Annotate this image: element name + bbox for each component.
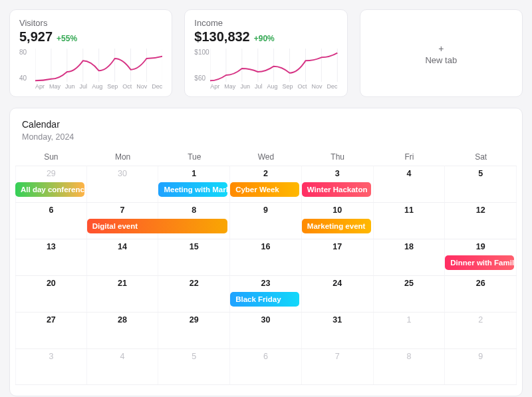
calendar-event[interactable]: Meeting with Mark: [158, 182, 227, 197]
visitors-card: Visitors 5,927 +55% 80 40 AprMayJunJulAu…: [9, 9, 172, 97]
visitors-value: 5,927: [19, 29, 53, 45]
calendar-dow: Sun: [15, 152, 87, 162]
income-value: $130,832: [194, 29, 249, 45]
new-tab-button[interactable]: + New tab: [360, 9, 523, 97]
calendar-day[interactable]: 9: [230, 203, 302, 239]
calendar-event[interactable]: Black Friday: [230, 292, 299, 307]
calendar-day[interactable]: 21: [87, 276, 159, 312]
calendar-day[interactable]: 18: [374, 239, 446, 275]
calendar-day[interactable]: 7: [302, 349, 374, 384]
calendar-event[interactable]: Marketing event: [302, 219, 371, 233]
new-tab-label: New tab: [425, 55, 457, 65]
calendar-day[interactable]: 26: [445, 276, 517, 312]
calendar-day[interactable]: 15: [158, 239, 230, 275]
calendar-day[interactable]: 5: [445, 166, 517, 202]
visitors-x-axis: AprMayJunJulAugSepOctNovDec: [35, 83, 162, 90]
visitors-chart: 80 40 AprMayJunJulAugSepOctNovDec: [19, 49, 162, 90]
calendar-day[interactable]: 6: [15, 203, 87, 239]
calendar-dow: Mon: [87, 152, 159, 162]
calendar-day[interactable]: 30: [230, 313, 302, 348]
calendar-event[interactable]: Cyber Week: [230, 182, 299, 197]
calendar-day[interactable]: 9: [445, 349, 517, 384]
calendar-day[interactable]: 13: [15, 239, 87, 275]
calendar-day[interactable]: 11: [374, 203, 446, 239]
calendar-title: Calendar: [15, 119, 517, 130]
visitors-sparkline: [35, 49, 162, 82]
income-card: Income $130,832 +90% $100 $60 AprMayJunJ…: [184, 9, 347, 97]
income-sparkline: [210, 49, 337, 82]
calendar-subtitle: Monday, 2024: [15, 132, 517, 142]
calendar-weeks: 293012345All day conferenceMeeting with …: [15, 166, 517, 385]
income-title: Income: [194, 18, 337, 28]
calendar-day[interactable]: 25: [374, 276, 446, 312]
calendar-dow: Sat: [445, 152, 517, 162]
calendar-day[interactable]: 24: [302, 276, 374, 312]
calendar-week: 3456789: [15, 348, 517, 385]
plus-icon: +: [438, 43, 444, 54]
calendar-day[interactable]: 31: [302, 313, 374, 348]
income-chart: $100 $60 AprMayJunJulAugSepOctNovDec: [194, 49, 337, 90]
calendar-week: 13141516171819Dinner with Family: [15, 239, 517, 275]
calendar-day[interactable]: 20: [15, 276, 87, 312]
calendar-day[interactable]: 3: [15, 349, 87, 384]
calendar-week: 272829303112: [15, 312, 517, 348]
calendar-day[interactable]: 27: [15, 313, 87, 348]
calendar-day[interactable]: 22: [158, 276, 230, 312]
calendar-day[interactable]: 30: [87, 166, 159, 202]
calendar-day[interactable]: 17: [302, 239, 374, 275]
visitors-title: Visitors: [19, 18, 162, 28]
calendar-week: 6789101112Digital eventMarketing event: [15, 202, 517, 239]
income-x-axis: AprMayJunJulAugSepOctNovDec: [210, 83, 337, 90]
calendar-week: 293012345All day conferenceMeeting with …: [15, 166, 517, 202]
calendar-dow-row: SunMonTueWedThuFriSat: [15, 148, 517, 166]
calendar-dow: Tue: [158, 152, 230, 162]
calendar-event[interactable]: Dinner with Family: [445, 255, 514, 270]
calendar-day[interactable]: 4: [87, 349, 159, 384]
calendar-day[interactable]: 28: [87, 313, 159, 348]
calendar-day[interactable]: 12: [445, 203, 517, 239]
calendar-day[interactable]: 1: [374, 313, 446, 348]
calendar-event[interactable]: All day conference: [15, 182, 84, 197]
calendar-event[interactable]: Winter Hackaton: [302, 182, 371, 197]
calendar-day[interactable]: 5: [158, 349, 230, 384]
calendar-event[interactable]: Digital event: [87, 219, 227, 233]
calendar-day[interactable]: 8: [374, 349, 446, 384]
calendar-day[interactable]: 4: [374, 166, 446, 202]
calendar-dow: Wed: [230, 152, 302, 162]
calendar-day[interactable]: 29: [158, 313, 230, 348]
calendar-week: 20212223242526Black Friday: [15, 275, 517, 312]
calendar-dow: Thu: [302, 152, 374, 162]
calendar-day[interactable]: 6: [230, 349, 302, 384]
visitors-delta: +55%: [57, 34, 77, 43]
calendar-day[interactable]: 14: [87, 239, 159, 275]
calendar-day[interactable]: 16: [230, 239, 302, 275]
calendar-day[interactable]: 2: [445, 313, 517, 348]
calendar-card: Calendar Monday, 2024 SunMonTueWedThuFri…: [9, 108, 523, 396]
calendar-dow: Fri: [374, 152, 446, 162]
income-delta: +90%: [254, 34, 275, 43]
